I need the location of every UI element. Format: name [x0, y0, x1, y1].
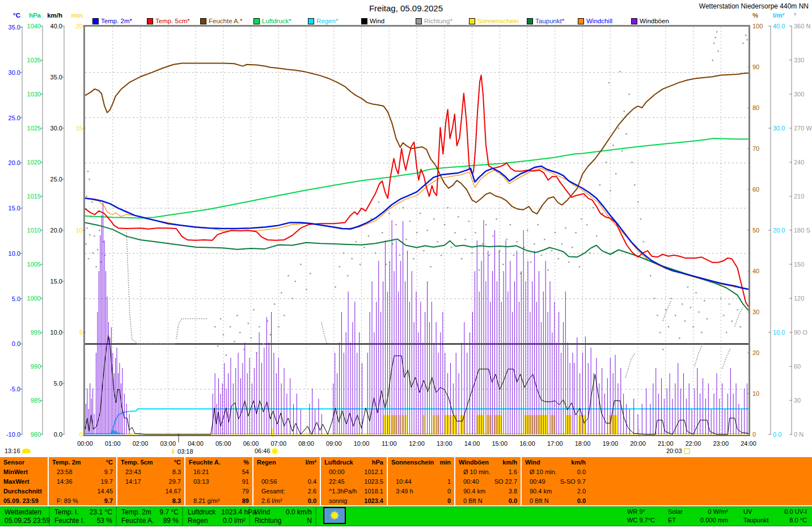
axis-tick-label: 360 N — [794, 23, 810, 29]
axis-tick-label: 0.0 — [773, 432, 781, 437]
cell-time: Ø 10 min. — [525, 468, 557, 475]
status-label: Richtung — [255, 517, 281, 525]
sensor-column-wind: Windkm/hØ 10 min.0.000:49S-SO 9.790.4 km… — [522, 457, 589, 505]
sensor-column-regen: Regenl/m²00:560.4Gesamt:2.62.6 l/m²0.0 — [253, 457, 320, 505]
axis-tick-label: 980 — [31, 432, 41, 437]
table-row-labels: SensorMinWertMaxWertDurchschnitt05.09. 2… — [0, 457, 48, 505]
x-axis-label: 20:00 — [627, 440, 649, 447]
axis-tick-label: 15.0 — [9, 205, 20, 211]
sensor-summary-table: SensorMinWertMaxWertDurchschnitt05.09. 2… — [0, 457, 812, 505]
cell-time: sonnig — [324, 497, 347, 504]
table-row: F: 89 %9.7 — [49, 496, 116, 505]
table-row: Windböenkm/h — [455, 457, 521, 467]
x-axis-label: 03:00 — [157, 440, 179, 447]
status-label: Temp. I. — [54, 508, 79, 517]
status-value: 8.0 °C — [789, 517, 807, 525]
sensor-column-luftdruck: LuftdruckhPa00:001012.122:451023.5^1.3hP… — [321, 457, 387, 505]
status-value: 0.0 l/m² — [223, 517, 246, 525]
status-value: N — [307, 517, 312, 525]
x-axis-label: 09:00 — [323, 440, 345, 447]
sun-icon — [272, 449, 277, 454]
status-cell: Luftdruck1023.4 hPaRegen0.0 l/m² — [183, 507, 250, 526]
cell-time: 14:17 — [121, 478, 141, 485]
cell-value: km/h — [571, 459, 586, 466]
cell-value: 0 — [447, 488, 451, 495]
table-row: Temp. 2m°C — [49, 457, 116, 467]
axis-tick-label: 20.0 — [9, 160, 20, 166]
axis-tick-label: 5 — [79, 330, 83, 335]
cell-value: 0.4 — [308, 478, 316, 485]
status-value: 0.0 km/h — [286, 508, 312, 517]
sun-event-marker-moon-cloud: 13:16 — [5, 447, 31, 454]
table-row: 23:589.7 — [49, 467, 116, 476]
status-cell: Solar0 W/m²ET0.000 mm — [663, 507, 731, 525]
cell-time: 03:13 — [189, 478, 209, 485]
axis-tick-label: 30 — [794, 398, 801, 403]
status-label: Wetterdaten — [5, 508, 41, 517]
x-axis-label: 00:00 — [74, 440, 96, 447]
axis-tick-label: 20 — [76, 23, 83, 29]
cell-time: 0 Bft N — [459, 497, 483, 504]
cell-time: Regen — [257, 459, 276, 466]
table-row: 2.6 l/m²0.0 — [253, 496, 320, 505]
cell-value: 2.6 — [308, 488, 316, 495]
row-label: MaxWert — [3, 478, 29, 485]
x-axis-label: 17:00 — [544, 440, 566, 447]
status-label: WR 9° — [627, 508, 645, 517]
status-cell: UV0.0 UV-ITaupunkt8.0 °C — [739, 507, 810, 525]
axis-tick-label: -5.0 — [10, 386, 20, 392]
cell-value: l/m² — [305, 459, 316, 466]
cell-value: 0.0 — [577, 468, 586, 475]
axis-tick-label: 270 W — [794, 125, 812, 131]
cell-value: 9.7 — [104, 497, 113, 504]
cell-value: 79 — [242, 488, 249, 495]
axis-tick-label: 1035 — [27, 57, 41, 63]
table-row — [253, 467, 320, 476]
axis-tick-label: 20.0 — [773, 227, 785, 233]
sun-event-marker-sun: 06:46 — [255, 447, 277, 454]
cell-value: 1.6 — [509, 468, 517, 475]
cell-value: 89 — [242, 497, 249, 504]
axis-tick-label: 120 — [794, 295, 804, 301]
table-row: Temp. 5cm°C — [117, 457, 184, 467]
axis-tick-label: 180 S — [794, 227, 810, 233]
axis-tick-label: 30 — [752, 309, 759, 315]
axis-tick-label: 90 O — [794, 330, 807, 335]
status-value: 0.0 UV-I — [784, 508, 807, 517]
cell-time: Temp. 5cm — [121, 459, 153, 466]
row-label: 05.09. 23:59 — [3, 497, 39, 504]
axis-tick-label: 5.0 — [12, 296, 20, 302]
cell-time: 10:44 — [391, 478, 412, 485]
status-label: Regen — [188, 517, 208, 525]
x-axis-label: 23:00 — [709, 440, 732, 447]
axis-tick-label: 25.0 — [50, 176, 62, 182]
axis-tick-label: -10.0 — [6, 432, 20, 437]
cell-value: 29.7 — [169, 478, 181, 485]
status-label: Taupunkt — [743, 517, 769, 525]
axis-tick-label: 150 — [794, 261, 804, 267]
cell-value: 14.45 — [97, 488, 113, 495]
cell-time: F: 89 % — [52, 497, 78, 504]
axis-tick-label: 70 — [752, 146, 759, 151]
table-row: 16:2154 — [185, 467, 252, 476]
cell-time: 3:49 h — [391, 488, 413, 495]
cell-time: Windböen — [459, 459, 489, 466]
status-value: 89 % — [163, 517, 179, 525]
axis-tick-label: 0 — [752, 432, 756, 437]
axis-tick-label: 10.0 — [9, 251, 20, 256]
cell-value: 8.3 — [172, 497, 181, 504]
cell-value: km/h — [502, 459, 517, 466]
cell-time: Ø 10 min. — [459, 468, 490, 475]
status-label: Temp. 2m — [121, 508, 151, 517]
cell-value: 0.0 — [577, 497, 586, 504]
row-label: Durchschnitt — [3, 488, 42, 495]
sensor-column-temp2m: Temp. 2m°C23:589.714:3619.714.45F: 89 %9… — [49, 457, 116, 505]
axis-tick-label: 60 — [752, 187, 759, 192]
cell-time: 23:43 — [121, 468, 141, 475]
table-row: 3:49 h0 — [388, 486, 454, 496]
cell-value: SO 22.7 — [494, 478, 517, 485]
cell-time: 90.4 km — [459, 488, 485, 495]
status-label: UV — [743, 508, 752, 517]
axis-tick-label: 330 — [794, 57, 804, 63]
moon-cloud-icon — [22, 449, 31, 453]
